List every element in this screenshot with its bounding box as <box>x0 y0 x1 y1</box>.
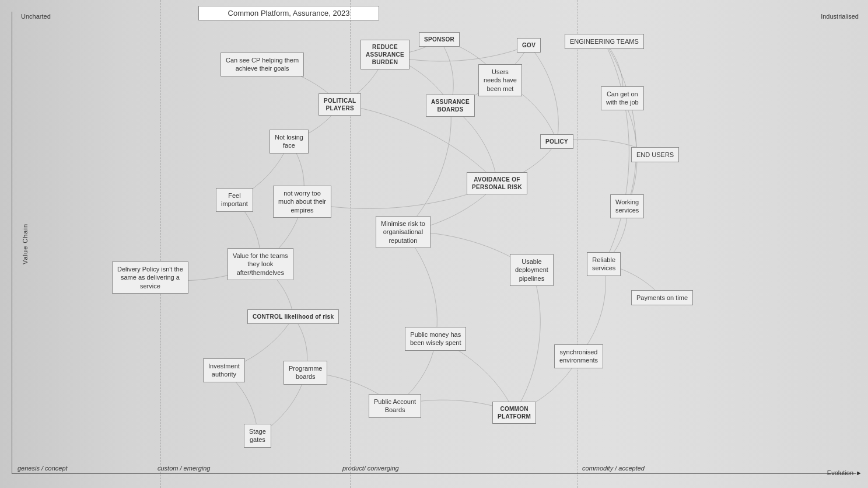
connection-gov-policy <box>529 46 559 142</box>
node-value_teams: Value for the teams they look after/them… <box>228 248 293 280</box>
connection-eng_teams-working_services <box>604 41 636 206</box>
node-can_see_cp: Can see CP helping them achieve their go… <box>220 53 304 76</box>
vline-0 <box>160 0 161 488</box>
connection-usable_deployment-common_platform <box>514 270 541 413</box>
axis-label-commodity: commodity / accepted <box>582 465 645 472</box>
node-sponsor: SPONSOR <box>419 32 460 47</box>
axis-label-custom: custom / emerging <box>158 465 210 472</box>
left-axis-line <box>12 12 12 474</box>
node-end_users: END USERS <box>631 147 679 162</box>
node-policy: POLICY <box>540 134 573 149</box>
uncharted-label: Uncharted <box>21 13 51 20</box>
node-investment_authority: Investment authority <box>203 358 245 382</box>
vline-1 <box>350 0 351 488</box>
connection-assurance_boards-minimise_risk <box>403 106 451 232</box>
axis-label-genesis: genesis / concept <box>18 465 68 472</box>
node-reduce_assurance: REDUCE ASSURANCE BURDEN <box>360 40 410 69</box>
node-feel_important: Feel important <box>216 188 253 212</box>
node-payments_on_time: Payments on time <box>631 290 693 305</box>
node-gov: GOV <box>517 38 541 53</box>
node-minimise_risk: Minimise risk to organisational reputati… <box>376 216 430 248</box>
node-not_worry: not worry too much about their empires <box>273 186 331 218</box>
node-assurance_boards: ASSURANCE BOARDS <box>426 95 475 117</box>
node-political_players: POLITICAL PLAYERS <box>318 93 361 116</box>
node-not_losing_face: Not losing face <box>270 130 309 154</box>
title-box: Common Platform, Assurance, 2023 <box>198 6 379 20</box>
industrialised-label: Industrialised <box>821 13 859 20</box>
node-public_money: Public money has been wisely spent <box>405 327 466 351</box>
node-get_on_job: Can get on with the job <box>601 86 644 110</box>
evolution-label: Evolution ► <box>827 469 862 476</box>
canvas: Value Chain Uncharted Industrialised Com… <box>0 0 868 488</box>
node-programme_boards: Programme boards <box>284 361 327 385</box>
node-working_services: Working services <box>610 194 644 218</box>
node-reliable_services: Reliable services <box>587 252 621 276</box>
node-users_needs: Users needs have been met <box>478 64 522 96</box>
axis-label-product: product/ converging <box>342 465 399 472</box>
connection-eng_teams-reliable_services <box>604 41 629 264</box>
node-avoidance_risk: AVOIDANCE OF PERSONAL RISK <box>467 172 527 194</box>
value-chain-label: Value Chain <box>22 224 29 264</box>
node-delivery_policy: Delivery Policy isn't the same as delive… <box>112 262 188 294</box>
connection-reliable_services-synchronised <box>579 264 606 356</box>
node-public_account_boards: Public Account Boards <box>369 394 421 418</box>
node-synchronised: synchronised environments <box>554 344 603 368</box>
node-control_risk: CONTROL likelihood of risk <box>247 309 339 324</box>
bottom-axis-line <box>12 473 856 474</box>
node-usable_deployment: Usable deployment pipelines <box>510 254 554 286</box>
node-eng_teams: ENGINEERING TEAMS <box>565 34 644 49</box>
node-stage_gates: Stage gates <box>244 424 271 448</box>
vline-2 <box>578 0 578 488</box>
connections-svg <box>0 0 868 488</box>
node-common_platform: COMMON PLATFORM <box>492 402 536 424</box>
